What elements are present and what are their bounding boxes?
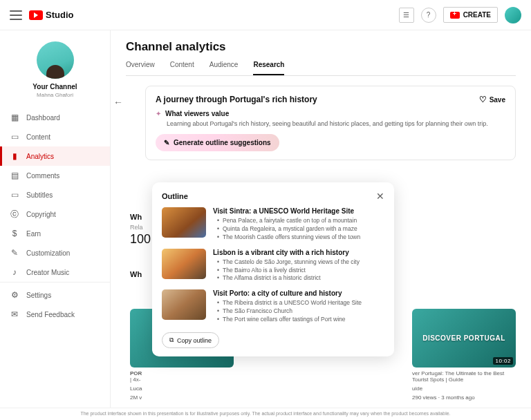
subtitles-icon: ▭ <box>10 190 19 200</box>
gear-icon: ⚙ <box>10 290 19 300</box>
heart-icon: ♡ <box>479 95 487 104</box>
music-icon: ♪ <box>10 267 19 277</box>
tab-overview[interactable]: Overview <box>126 61 155 75</box>
account-avatar[interactable] <box>505 7 521 23</box>
channel-avatar <box>37 41 74 79</box>
top-bar: Studio ☰ ? CREATE <box>0 0 531 30</box>
channel-block[interactable]: Your Channel Mahna Ghafori <box>0 37 110 108</box>
wand-icon: ✎ <box>10 248 19 258</box>
chat-sparkle-icon: ✎ <box>164 139 169 146</box>
generate-outline-button[interactable]: ✎ Generate outline suggestions <box>156 134 279 151</box>
tabs: Overview Content Audience Research <box>126 61 516 76</box>
sidebar-item-creator-music[interactable]: ♪Creator Music <box>0 262 110 282</box>
updates-icon[interactable]: ☰ <box>399 8 414 23</box>
earn-icon: $ <box>10 229 19 238</box>
outline-thumb <box>162 207 206 238</box>
duration-badge: 10:02 <box>493 357 513 365</box>
video-card[interactable]: DISCOVER PORTUGAL 10:02 ver Portugal: Th… <box>412 309 516 401</box>
sidebar-item-comments[interactable]: ▤Comments <box>0 166 110 185</box>
outline-title: Outline <box>162 192 188 200</box>
insight-title: A journey through Portugal's rich histor… <box>156 95 317 104</box>
sidebar-item-subtitles[interactable]: ▭Subtitles <box>0 185 110 204</box>
logo-text: Studio <box>46 10 73 20</box>
tab-audience[interactable]: Audience <box>209 61 239 75</box>
page-title: Channel analytics <box>126 40 516 54</box>
outline-item: Visit Porto: a city of culture and histo… <box>162 289 384 324</box>
tab-content[interactable]: Content <box>170 61 194 75</box>
sparkle-icon: ✦ <box>156 110 161 117</box>
feedback-icon: ✉ <box>10 309 19 319</box>
outline-thumb <box>162 289 206 320</box>
create-button[interactable]: CREATE <box>443 7 498 23</box>
obscured-panel: Wh Rela 100 Wh <box>130 210 151 281</box>
outline-item: Lisbon is a vibrant city with a rich his… <box>162 249 384 283</box>
video-title: POR| 4x- <box>130 370 234 383</box>
back-arrow-icon[interactable]: ← <box>111 94 126 111</box>
analytics-icon: ▮ <box>10 151 19 161</box>
outline-popup: Outline ✕ Visit Sintra: a UNESCO World H… <box>152 182 394 356</box>
help-icon[interactable]: ? <box>421 8 436 23</box>
sidebar-item-copyright[interactable]: ⓒCopyright <box>0 204 110 224</box>
sidebar-item-content[interactable]: ▭Content <box>0 127 110 146</box>
channel-name: Your Channel <box>0 83 110 90</box>
video-title: ver Portugal: The Ultimate to the Best T… <box>412 370 516 383</box>
copyright-icon: ⓒ <box>10 209 19 219</box>
video-thumbnail: DISCOVER PORTUGAL 10:02 <box>412 309 516 368</box>
sidebar-item-customization[interactable]: ✎Customization <box>0 243 110 262</box>
comments-icon: ▤ <box>10 171 19 180</box>
save-button[interactable]: ♡ Save <box>479 95 505 104</box>
insight-card: A journey through Portugal's rich histor… <box>145 86 516 160</box>
value-body: Learning about Portugal's rich history, … <box>167 120 505 127</box>
channel-owner: Mahna Ghafori <box>0 92 110 98</box>
value-label: What viewers value <box>165 110 229 117</box>
close-icon[interactable]: ✕ <box>376 191 384 202</box>
dashboard-icon: ▦ <box>10 113 19 122</box>
copy-icon: ⧉ <box>169 336 174 344</box>
sidebar-item-earn[interactable]: $Earn <box>0 224 110 243</box>
outline-item: Visit Sintra: a UNESCO World Heritage Si… <box>162 207 384 242</box>
disclaimer: The product interface shown in this pres… <box>0 408 531 420</box>
nav-list: ▦Dashboard ▭Content ▮Analytics ▤Comments… <box>0 108 110 282</box>
outline-thumb <box>162 249 206 279</box>
copy-outline-button[interactable]: ⧉ Copy outline <box>162 332 219 348</box>
menu-icon[interactable] <box>10 10 22 20</box>
sidebar-item-feedback[interactable]: ✉Send Feedback <box>0 305 110 324</box>
content-icon: ▭ <box>10 132 19 142</box>
tab-research[interactable]: Research <box>253 61 284 75</box>
camera-icon <box>450 12 460 19</box>
studio-logo[interactable]: Studio <box>29 10 73 20</box>
sidebar-item-settings[interactable]: ⚙Settings <box>0 285 110 305</box>
youtube-icon <box>29 10 43 20</box>
main-panel: Channel analytics Overview Content Audie… <box>111 30 531 408</box>
sidebar-item-dashboard[interactable]: ▦Dashboard <box>0 108 110 127</box>
nav-bottom: ⚙Settings ✉Send Feedback <box>0 282 110 408</box>
sidebar-item-analytics[interactable]: ▮Analytics <box>0 146 110 166</box>
sidebar: Your Channel Mahna Ghafori ▦Dashboard ▭C… <box>0 30 111 408</box>
